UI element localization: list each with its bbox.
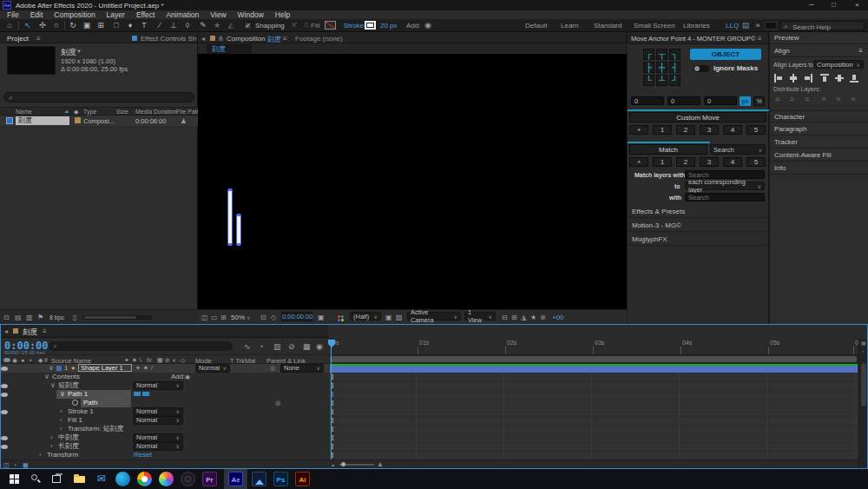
- visibility-eye-icon[interactable]: [1, 384, 8, 388]
- path-handle[interactable]: [228, 243, 232, 246]
- photoshop-icon[interactable]: Ps: [273, 472, 288, 486]
- menu-composition[interactable]: Composition: [54, 10, 95, 19]
- view-layout-dropdown[interactable]: 1 View∨: [464, 312, 496, 320]
- work-area-bar[interactable]: [330, 356, 857, 362]
- workspace-standard[interactable]: Standard: [594, 22, 621, 30]
- stroke-width-value[interactable]: 20 px: [380, 22, 398, 30]
- edge-icon[interactable]: [115, 472, 130, 486]
- snap-option-icon[interactable]: ✕: [288, 20, 300, 30]
- property-row-path-1[interactable]: ∨ Path 1: [1, 390, 329, 399]
- safe-margins-icon[interactable]: ⊡: [260, 314, 266, 321]
- property-row-contents[interactable]: ∨ Contents Add: ◉: [1, 373, 329, 381]
- unit-px-button[interactable]: px: [740, 96, 751, 106]
- expand-layers-toggle-icon[interactable]: ◫: [3, 462, 10, 468]
- group-blend-mode-dropdown[interactable]: Normal∨: [133, 433, 183, 442]
- sort-arrow-icon[interactable]: ▲: [64, 109, 69, 114]
- align-vcenter-button[interactable]: [835, 74, 845, 83]
- expander-icon[interactable]: ›: [39, 451, 42, 459]
- magnification-dropdown[interactable]: 50%: [231, 314, 245, 321]
- mini-flowchart-icon[interactable]: ∿: [244, 343, 251, 351]
- add-shape-label[interactable]: Add:: [171, 373, 185, 381]
- anchor-center-button[interactable]: ┼: [656, 62, 667, 73]
- unit-percent-button[interactable]: %: [753, 96, 765, 106]
- menu-layer[interactable]: Layer: [107, 10, 125, 19]
- mask-visibility-icon[interactable]: ◇: [271, 314, 276, 321]
- clone-stamp-tool-icon[interactable]: ⊥: [168, 20, 180, 30]
- anchor-bottom-center-button[interactable]: ┴: [656, 75, 667, 86]
- preview-panel-header[interactable]: Preview: [770, 32, 868, 44]
- group-name[interactable]: Contents: [52, 373, 80, 381]
- menu-animation[interactable]: Animation: [166, 10, 199, 19]
- expand-modes-toggle-icon[interactable]: ◔: [13, 462, 16, 468]
- distribute-right-button[interactable]: ≡: [848, 96, 858, 101]
- ignore-masks-toggle[interactable]: [694, 65, 709, 72]
- match-4-button[interactable]: 4: [723, 157, 742, 167]
- viewer-timecode[interactable]: 0:00:00:00: [281, 312, 312, 321]
- fill-swatch[interactable]: [325, 21, 336, 30]
- tab-effect-controls[interactable]: Effect Controls Shape Layer 1: [141, 35, 196, 43]
- shape-tick-long[interactable]: [228, 190, 232, 244]
- selection-tool-icon[interactable]: ↖: [22, 20, 34, 30]
- maximize-button[interactable]: □: [832, 1, 836, 9]
- brush-tool-icon[interactable]: ∕: [154, 20, 166, 30]
- property-row-stroke-1[interactable]: › Stroke 1 Normal∨: [1, 407, 329, 416]
- col-file-path[interactable]: File Path: [176, 109, 201, 115]
- preset-5-button[interactable]: 5: [746, 125, 766, 135]
- interpret-footage-icon[interactable]: ⊡: [3, 314, 10, 321]
- expander-icon[interactable]: ∨: [49, 364, 54, 373]
- hand-tool-icon[interactable]: ✣: [36, 20, 49, 30]
- shortcut-editor-icon[interactable]: [765, 22, 777, 30]
- color-depth-icon[interactable]: ⚑: [37, 314, 43, 321]
- property-row-transform-group[interactable]: › Transform: 短刻度: [1, 425, 329, 433]
- align-bottom-button[interactable]: [850, 74, 859, 83]
- distribute-top-button[interactable]: ≡: [775, 94, 779, 104]
- panel-menu-icon[interactable]: ≡: [758, 35, 762, 43]
- menu-file[interactable]: File: [7, 10, 19, 19]
- rectangle-tool-icon[interactable]: □: [110, 20, 122, 30]
- panel-lock-icon[interactable]: ⋔: [218, 35, 224, 43]
- shape-tick-short[interactable]: [237, 215, 240, 244]
- new-composition-icon[interactable]: ▥: [26, 314, 33, 321]
- property-row-mid-tick[interactable]: › 中刻度 Normal∨: [1, 433, 329, 442]
- preset-4-button[interactable]: 4: [723, 125, 742, 135]
- more-workspaces-icon[interactable]: »: [752, 20, 764, 30]
- workspace-bar-icon[interactable]: ▤: [740, 20, 752, 30]
- label-column-icon[interactable]: ◆: [38, 357, 43, 364]
- lock-column-icon[interactable]: ▪: [30, 357, 31, 363]
- property-name[interactable]: Path: [81, 399, 131, 407]
- timeline-button-icon[interactable]: ★: [530, 314, 536, 321]
- tab-footage[interactable]: Footage (none): [295, 35, 343, 43]
- home-tool-icon[interactable]: ⌂: [3, 20, 16, 30]
- task-view-icon[interactable]: [50, 472, 65, 486]
- moglyphfx-panel-header[interactable]: MoglyphFX: [628, 234, 768, 246]
- match-5-button[interactable]: 5: [746, 157, 766, 167]
- motion3-panel-header[interactable]: Motion-3 - MG©: [628, 220, 768, 232]
- mask-tool-icon[interactable]: ◭: [225, 20, 237, 30]
- preset-2-button[interactable]: 2: [676, 125, 695, 135]
- pen-tool-icon[interactable]: ♦: [124, 20, 136, 30]
- property-row-short-tick[interactable]: ∨ 短刻度 Normal∨: [1, 381, 329, 390]
- anchor-top-left-button[interactable]: ┌: [643, 49, 654, 60]
- mask-mode-icon[interactable]: [134, 392, 141, 396]
- lens-app-icon[interactable]: [181, 472, 195, 486]
- property-row-layer-transform[interactable]: › Transform Reset: [1, 451, 329, 459]
- align-left-button[interactable]: [774, 74, 784, 83]
- stopwatch-icon[interactable]: [72, 400, 78, 406]
- timeline-graph-area[interactable]: I I I I I I I I I I: [329, 364, 858, 459]
- tab-project[interactable]: Project: [7, 35, 29, 43]
- timeline-vscrollbar[interactable]: ▤ ◔: [858, 339, 867, 468]
- match-2-button[interactable]: 2: [676, 157, 695, 167]
- preset-add-button[interactable]: +: [629, 125, 648, 135]
- shy-layers-icon[interactable]: ◔: [259, 343, 263, 351]
- anchor-z-input[interactable]: [704, 96, 737, 105]
- match-button[interactable]: Match: [629, 144, 707, 155]
- mail-icon[interactable]: ✉: [94, 472, 108, 486]
- property-row-path[interactable]: Path ◎: [1, 399, 329, 407]
- col-type[interactable]: Type: [83, 109, 96, 115]
- info-panel-header[interactable]: Info: [770, 162, 868, 175]
- expander-icon[interactable]: ›: [60, 407, 62, 416]
- panel-menu-icon[interactable]: ≡: [36, 35, 41, 43]
- stroke-swatch[interactable]: [365, 21, 376, 30]
- snapshot-icon[interactable]: ▣: [318, 314, 325, 321]
- brainstorm-icon[interactable]: ◉: [316, 343, 323, 351]
